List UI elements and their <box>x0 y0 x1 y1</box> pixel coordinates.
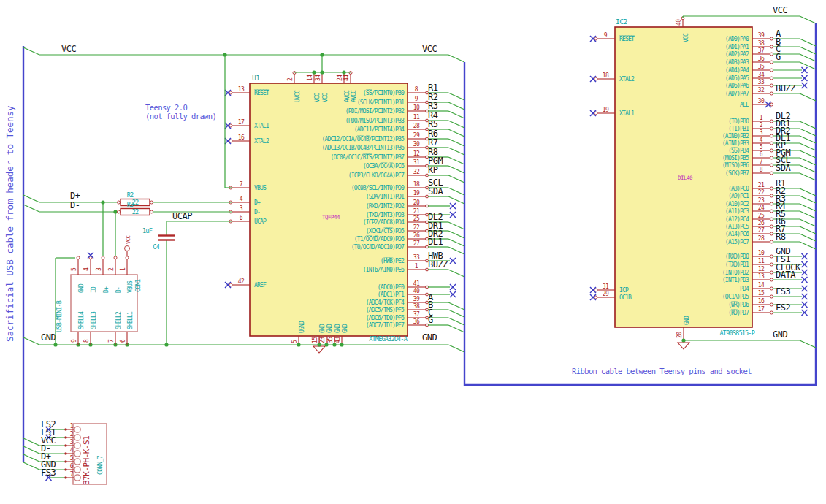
pin-number: 13 <box>238 86 245 93</box>
bus-entry <box>448 166 464 173</box>
net-label-R8[interactable]: R8 <box>776 232 786 242</box>
conn7-pad <box>74 475 80 481</box>
net-label-VCC[interactable]: VCC <box>773 5 787 15</box>
net-label-DATA[interactable]: DATA <box>776 270 796 280</box>
bus-entry <box>23 438 39 446</box>
pin-number: 1 <box>415 263 418 270</box>
pin-end-circle <box>770 134 773 137</box>
bus-entry <box>800 196 816 203</box>
conn7-pad <box>74 443 80 448</box>
net-label-FS3[interactable]: FS3 <box>41 467 56 478</box>
component-u1[interactable]: U1ATMEGA32U4-ATQFP448(S̅S̅/PCINT0)PB0R19… <box>225 72 464 345</box>
pin-name: ID <box>91 286 97 293</box>
pin-number: 6 <box>120 339 126 343</box>
bus-entry <box>800 121 816 129</box>
bus-entry <box>448 188 464 195</box>
pin-name: (AD4)PA4 <box>725 67 749 74</box>
bus-entry <box>800 136 816 143</box>
component-usb-mini-b[interactable]: USB-MINI-BCON15GND4ID3D+2D-1VBUSVCC9SHEL… <box>56 236 142 345</box>
net-label-DL1[interactable]: DL1 <box>428 237 443 247</box>
schematic-svg[interactable]: U1ATMEGA32U4-ATQFP448(S̅S̅/PCINT0)PB0R19… <box>0 0 826 504</box>
net-label-BUZZ[interactable]: BUZZ <box>776 83 795 93</box>
schematic-canvas[interactable]: U1ATMEGA32U4-ATQFP448(S̅S̅/PCINT0)PB0R19… <box>0 0 826 504</box>
pin-name: R̅E̅S̅E̅T̅ <box>619 35 635 42</box>
bus-entry <box>800 165 816 172</box>
pin-number: 14 <box>307 75 313 81</box>
pin-number: 26 <box>758 220 765 226</box>
pin-name: (MISO)PB6 <box>722 162 749 169</box>
c4-ref: C4 <box>153 243 159 251</box>
bus-entry <box>448 111 464 118</box>
net-label-R1[interactable]: R1 <box>428 83 438 93</box>
component-r2[interactable]: R222 <box>118 191 153 206</box>
junction-dot <box>342 70 345 74</box>
pin-number: 4 <box>240 196 243 202</box>
pin-number: 8 <box>415 86 418 93</box>
bus-entry <box>448 139 464 146</box>
pin-number: 8 <box>83 339 90 343</box>
conn7-ref: CONN_7 <box>96 455 104 475</box>
pin-name: (W̅R̅)PD6 <box>728 301 749 308</box>
bus-entry <box>800 234 816 241</box>
bus-entry <box>448 345 464 352</box>
pin-name: (AD2)PA2 <box>725 51 749 58</box>
bus-entry <box>448 325 464 332</box>
junction-dot <box>320 70 324 74</box>
component-conn7[interactable]: B7K-PH-K-S1CONN_71FS22FS13VCC4D-5D+6GND7… <box>23 419 107 485</box>
bus-entry <box>800 54 816 61</box>
pin-name: (ICP3/CLKO/OC4A)PC7 <box>348 172 405 179</box>
pin-name: (SCLK/PCINT1)PB1 <box>357 99 405 106</box>
net-label-GND[interactable]: GND <box>422 332 437 343</box>
pin-number: 40 <box>413 288 420 294</box>
pin-name: (S̅S̅/PCINT0)PB0 <box>363 89 405 96</box>
pin-name: XTAL2 <box>619 76 635 83</box>
component-c4[interactable]: 1uFC4 <box>142 227 175 251</box>
pin-number: 35 <box>327 337 334 343</box>
net-label-VCC[interactable]: VCC <box>422 44 437 54</box>
bus-entry <box>448 157 464 164</box>
pin-end-circle <box>770 225 773 228</box>
pin-name: UVCC <box>294 90 301 102</box>
net-label-VCC[interactable]: VCC <box>61 44 76 54</box>
net-label-BUZZ[interactable]: BUZZ <box>428 259 448 270</box>
net-label-KP[interactable]: KP <box>428 165 438 175</box>
pin-number: 5 <box>760 144 763 150</box>
pin-name: AVCC <box>351 90 357 102</box>
pin-name: ALE <box>740 102 749 108</box>
pin-number: 18 <box>413 181 420 188</box>
pin-name: OC1B <box>619 294 632 301</box>
pin-number: 7 <box>70 471 74 478</box>
net-label-FS3[interactable]: FS3 <box>776 286 790 297</box>
net-label-UCAP[interactable]: UCAP <box>172 211 192 221</box>
pin-name: XTAL1 <box>619 110 635 117</box>
bus-entry <box>448 231 464 238</box>
net-label-R5[interactable]: R5 <box>428 119 438 129</box>
net-label-D-plus[interactable]: D+ <box>70 191 80 201</box>
pin-number: 27 <box>413 240 420 247</box>
pin-number: 24 <box>337 75 343 81</box>
pin-end-circle <box>770 53 773 56</box>
net-label-G[interactable]: G <box>776 52 781 62</box>
net-label-R3[interactable]: R3 <box>428 101 438 111</box>
net-label-FS2[interactable]: FS2 <box>776 302 790 313</box>
pin-name: (A15)PC7 <box>725 239 749 245</box>
net-label-PGM[interactable]: PGM <box>428 156 443 166</box>
pin-end-circle <box>594 77 597 80</box>
pin-name: (ADC12/OC1A/O̅C̅4̅B̅/PCINT12)PB5 <box>322 135 405 142</box>
pin-number: 25 <box>758 213 765 219</box>
net-label-SDA[interactable]: SDA <box>776 163 791 173</box>
component-ic2[interactable]: IC2AT90S8515-PDIL4039(AD0)PA0A38(AD1)PA1… <box>590 5 816 349</box>
pin-name: GND <box>342 324 348 333</box>
conn7-pad <box>74 435 80 440</box>
net-label-G[interactable]: G <box>428 315 433 325</box>
pin-end-circle <box>594 289 597 291</box>
net-label-GND[interactable]: GND <box>41 332 56 343</box>
net-label-GND[interactable]: GND <box>773 329 787 340</box>
net-label-R7[interactable]: R7 <box>428 137 438 148</box>
pin-end-circle <box>770 164 773 167</box>
pin-name: (A14)PC6 <box>725 231 749 237</box>
conn7-pad <box>74 459 80 465</box>
net-label-D-minus[interactable]: D- <box>70 200 80 210</box>
pin-name: (OC3A/O̅C̅4̅A̅)PC6 <box>363 162 405 169</box>
net-label-SDA[interactable]: SDA <box>428 186 443 196</box>
